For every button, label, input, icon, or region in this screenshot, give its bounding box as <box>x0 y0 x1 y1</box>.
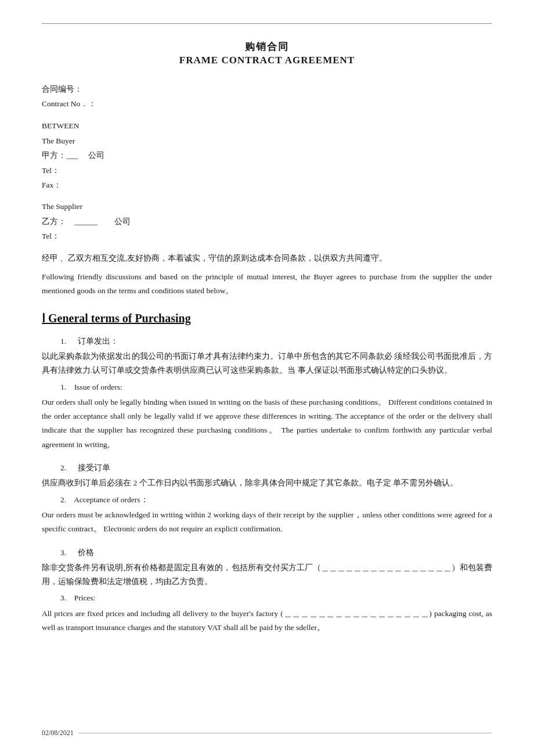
title-en: FRAME CONTRACT AGREEMENT <box>42 55 492 66</box>
clause-2: 2. 接受订单 供应商收到订单后必须在 2 个工作日内以书面形式确认，除非具体合… <box>42 461 492 536</box>
clause-1-title-en: 1. Issue of orders: <box>60 380 492 394</box>
clause-1-body-en: Our orders shall only be legally binding… <box>42 395 492 452</box>
footer-date: 02/08/2021 <box>42 729 78 737</box>
between-label: BETWEEN <box>42 119 492 133</box>
footer: 02/08/2021 <box>42 729 492 737</box>
clause-1-title-cn: 1. 订单发出： <box>60 334 492 348</box>
clause-3-num-en: 3. <box>60 593 66 602</box>
clause-3-title-cn: 3. 价格 <box>60 546 492 560</box>
title-block: 购销合同 FRAME CONTRACT AGREEMENT <box>42 40 492 66</box>
clause-3-num-cn: 3. <box>60 548 66 557</box>
clause-2-body-cn: 供应商收到订单后必须在 2 个工作日内以书面形式确认，除非具体合同中规定了其它条… <box>42 476 492 490</box>
clause-1-label-cn: 订单发出： <box>78 337 118 345</box>
clause-3: 3. 价格 除非交货条件另有说明,所有价格都是固定且有效的，包括所有交付买方工厂… <box>42 546 492 635</box>
clause-1-label-en: Issue of orders: <box>74 383 122 391</box>
supplier-tel: Tel： <box>42 230 492 243</box>
clause-3-label-en: Prices: <box>74 593 96 602</box>
supplier-block: The Supplier 乙方： ______ 公司 Tel： <box>42 200 492 243</box>
clause-2-num-en: 2. <box>60 495 66 504</box>
clause-3-body-cn: 除非交货条件另有说明,所有价格都是固定且有效的，包括所有交付买方工厂（＿＿＿＿＿… <box>42 561 492 589</box>
buyer-fax: Fax： <box>42 179 492 192</box>
top-divider <box>42 23 492 24</box>
intro-cn: 经甲 、乙双方相互交流,友好协商，本着诚实，守信的原则达成本合同条款，以供双方共… <box>42 251 492 265</box>
clause-2-title-cn: 2. 接受订单 <box>60 461 492 475</box>
clause-3-title-en: 3. Prices: <box>60 591 492 605</box>
clause-2-title-en: 2. Acceptance of orders： <box>60 493 492 507</box>
clause-2-label-cn: 接受订单 <box>78 463 110 472</box>
contract-no-cn: 合同编号： <box>42 82 492 96</box>
intro-en: Following friendly discussions and based… <box>42 270 492 298</box>
clause-1-body-cn: 以此采购条款为依据发出的我公司的书面订单才具有法律约束力。订单中所包含的其它不同… <box>42 350 492 378</box>
title-cn: 购销合同 <box>42 40 492 53</box>
clause-2-num-cn: 2. <box>60 463 66 472</box>
buyer-block: BETWEEN The Buyer 甲方：___ 公司 Tel： Fax： <box>42 119 492 192</box>
supplier-label-cn: 乙方： ______ 公司 <box>42 215 492 229</box>
buyer-label-en: The Buyer <box>42 135 492 148</box>
contract-no-en: Contract No．： <box>42 98 492 111</box>
clause-1: 1. 订单发出： 以此采购条款为依据发出的我公司的书面订单才具有法律约束力。订单… <box>42 334 492 452</box>
clause-1-num-cn: 1. <box>60 337 66 345</box>
clause-1-num-en: 1. <box>60 383 66 391</box>
buyer-label-cn: 甲方：___ 公司 <box>42 149 492 163</box>
clause-2-body-en: Our orders must be acknowledged in writi… <box>42 508 492 537</box>
buyer-tel: Tel： <box>42 164 492 178</box>
clause-3-label-cn: 价格 <box>78 548 94 557</box>
clause-3-body-en: All prices are fixed prices and includin… <box>42 607 492 635</box>
clause-2-label-en: Acceptance of orders： <box>74 495 149 504</box>
page: 购销合同 FRAME CONTRACT AGREEMENT 合同编号： Cont… <box>0 0 534 756</box>
section1-heading: Ⅰ General terms of Purchasing <box>42 311 492 325</box>
supplier-label-en: The Supplier <box>42 200 492 214</box>
contract-no-section: 合同编号： Contract No．： <box>42 82 492 111</box>
footer-divider <box>78 733 492 733</box>
